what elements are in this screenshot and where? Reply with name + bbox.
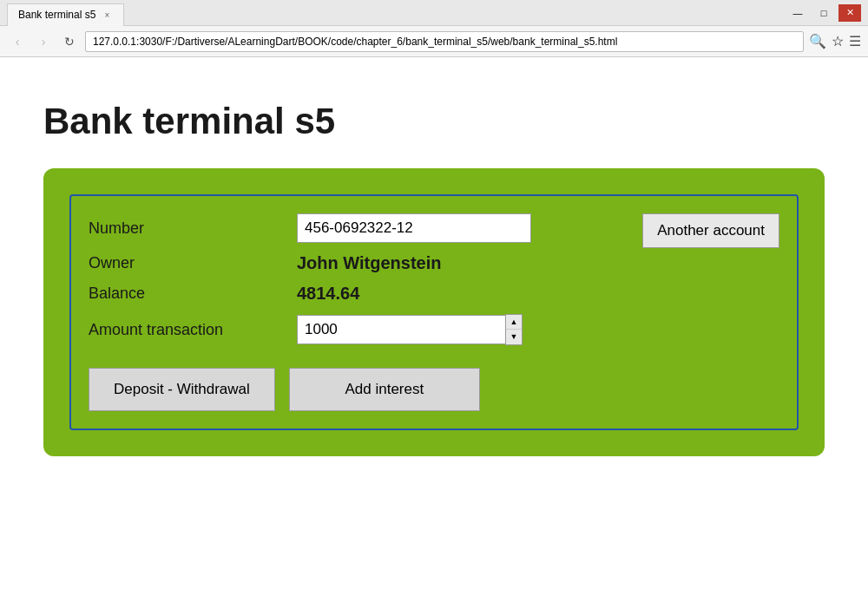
amount-spinner: ▲ ▼ [297, 314, 523, 345]
green-panel: Number Owner John Witgenstein Balance 48… [43, 168, 825, 456]
owner-value: John Witgenstein [297, 253, 441, 273]
refresh-button[interactable]: ↻ [59, 31, 80, 52]
amount-label: Amount transaction [89, 321, 297, 339]
number-input[interactable] [297, 213, 531, 243]
balance-label: Balance [89, 285, 297, 303]
another-account-button[interactable]: Another account [642, 213, 779, 248]
spinner-buttons: ▲ ▼ [505, 314, 523, 345]
number-section: Number Owner John Witgenstein Balance 48… [89, 213, 628, 356]
number-row: Number [89, 213, 628, 243]
number-label: Number [89, 219, 297, 238]
window-controls: — □ ✕ [786, 4, 861, 22]
page-title: Bank terminal s5 [43, 101, 825, 142]
amount-input[interactable] [297, 315, 505, 344]
action-row: Deposit - Withdrawal Add interest [89, 368, 779, 411]
browser-tab[interactable]: Bank terminal s5 × [7, 3, 124, 26]
spinner-up-button[interactable]: ▲ [506, 315, 522, 330]
close-button[interactable]: ✕ [838, 4, 861, 22]
account-box: Number Owner John Witgenstein Balance 48… [69, 194, 799, 430]
owner-row: Owner John Witgenstein [89, 253, 628, 273]
menu-icon: ☰ [849, 33, 861, 49]
maximize-button[interactable]: □ [812, 4, 835, 22]
minimize-button[interactable]: — [786, 4, 809, 22]
url-input[interactable] [85, 31, 804, 52]
add-interest-button[interactable]: Add interest [289, 368, 480, 411]
tab-close-button[interactable]: × [101, 9, 113, 21]
balance-row: Balance 4814.64 [89, 284, 628, 304]
star-icon: ☆ [832, 33, 844, 49]
spinner-down-button[interactable]: ▼ [506, 330, 522, 344]
balance-value: 4814.64 [297, 284, 359, 304]
search-icon: 🔍 [809, 33, 826, 49]
amount-row: Amount transaction ▲ ▼ [89, 314, 628, 345]
deposit-withdrawal-button[interactable]: Deposit - Withdrawal [89, 368, 275, 411]
back-button[interactable]: ‹ [7, 31, 28, 52]
address-bar: ‹ › ↻ 🔍 ☆ ☰ [0, 26, 868, 57]
page-content: Bank terminal s5 Number Owner John Witge… [0, 57, 868, 589]
title-bar: Bank terminal s5 × — □ ✕ [0, 0, 868, 26]
tab-title: Bank terminal s5 [18, 9, 95, 21]
owner-label: Owner [89, 254, 297, 272]
forward-button[interactable]: › [33, 31, 54, 52]
